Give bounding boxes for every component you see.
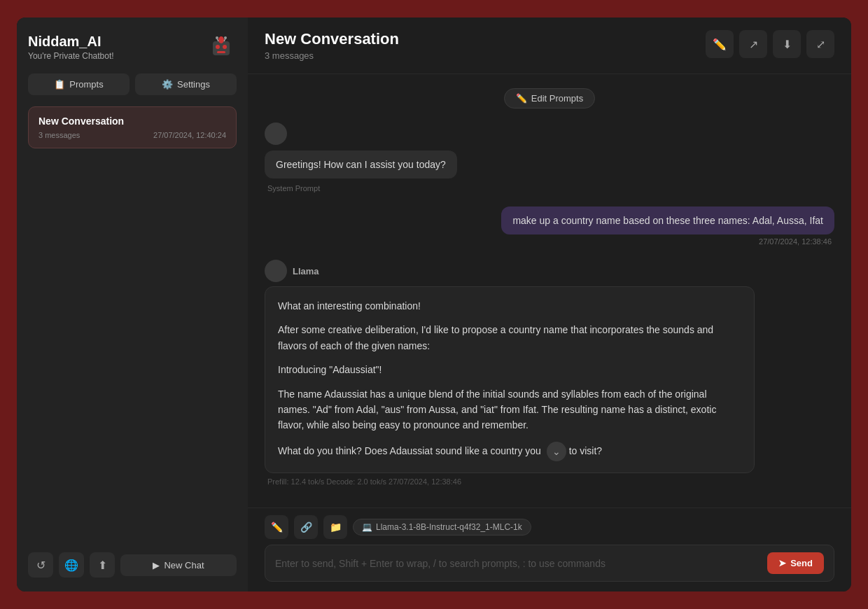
share-icon: ↗ [749, 38, 758, 51]
input-toolbar: ✏️ 🔗 📁 💻 Llama-3.1-8B-Instruct-q4f32_1-M… [265, 515, 834, 539]
svg-point-1 [218, 36, 224, 43]
edit-prompts-label: Edit Prompts [531, 93, 583, 104]
sidebar-brand: Niddam_AI You're Private Chatbot! [28, 34, 114, 61]
edit-prompts-bar: ✏️ Edit Prompts [265, 88, 834, 108]
conversation-meta: 3 messages 27/07/2024, 12:40:24 [38, 131, 226, 139]
ai-para-1: After some creative deliberation, I'd li… [278, 322, 741, 354]
prompts-label: Prompts [69, 79, 103, 90]
sidebar-header: Niddam_AI You're Private Chatbot! [28, 31, 237, 62]
pencil-icon: ✏️ [516, 93, 527, 104]
edit-prompts-button[interactable]: ✏️ Edit Prompts [504, 88, 595, 108]
system-avatar [265, 122, 287, 145]
system-message-block: Greetings! How can I assist you today? S… [265, 122, 834, 192]
user-message-block: make up a country name based on these th… [265, 206, 834, 246]
edit-icon: ✏️ [713, 38, 727, 51]
conversation-item[interactable]: New Conversation 3 messages 27/07/2024, … [28, 106, 237, 148]
toolbar-edit-icon: ✏️ [271, 522, 283, 533]
new-chat-label: New Chat [164, 560, 204, 570]
cpu-icon: 💻 [362, 522, 372, 532]
conversation-date: 27/07/2024, 12:40:24 [153, 131, 226, 139]
sidebar-nav: 📋 Prompts ⚙️ Settings [28, 74, 237, 95]
chat-header-actions: ✏️ ↗ ⬇ ⤢ [706, 30, 834, 58]
ai-message-block: Llama What an interesting combination! A… [265, 260, 834, 486]
main-area: New Conversation 3 messages ✏️ ↗ ⬇ ⤢ [248, 18, 851, 592]
download-button[interactable]: ⬇ [773, 30, 801, 58]
ai-footer: Prefill: 12.4 tok/s Decode: 2.0 tok/s 27… [265, 477, 461, 486]
model-tag[interactable]: 💻 Llama-3.1-8B-Instruct-q4f32_1-MLC-1k [353, 519, 531, 536]
ai-para-3: The name Adaussiat has a unique blend of… [278, 386, 741, 433]
globe-icon: 🌐 [64, 559, 78, 572]
send-label: Send [790, 558, 813, 568]
ai-para-4: What do you think? Does Adaussiat sound … [278, 442, 741, 461]
ai-header: Llama [265, 260, 319, 282]
globe-icon-button[interactable]: 🌐 [59, 552, 84, 578]
brand-name: Niddam_AI [28, 34, 114, 50]
messages-area[interactable]: ✏️ Edit Prompts Greetings! How can I ass… [248, 74, 851, 507]
new-chat-icon: ▶ [153, 560, 160, 570]
fullscreen-button[interactable]: ⤢ [806, 30, 834, 58]
svg-point-3 [223, 45, 227, 49]
chat-header: New Conversation 3 messages ✏️ ↗ ⬇ ⤢ [248, 18, 851, 74]
input-section: ✏️ 🔗 📁 💻 Llama-3.1-8B-Instruct-q4f32_1-M… [248, 507, 851, 592]
chat-title: New Conversation [265, 30, 399, 48]
system-bubble: Greetings! How can I assist you today? [265, 150, 457, 178]
conversation-message-count: 3 messages [38, 131, 80, 139]
chat-input[interactable] [275, 558, 760, 569]
settings-button[interactable]: ⚙️ Settings [135, 74, 237, 95]
sidebar-footer: ↺ 🌐 ⬆ ▶ New Chat [28, 544, 237, 578]
conversation-title: New Conversation [38, 115, 226, 127]
svg-point-7 [216, 36, 218, 39]
svg-point-2 [216, 45, 220, 49]
app-container: Niddam_AI You're Private Chatbot! [17, 18, 851, 592]
upload-icon-button[interactable]: ⬆ [90, 552, 115, 578]
ai-bubble: What an interesting combination! After s… [265, 286, 755, 473]
toolbar-file-icon: 📁 [330, 522, 342, 533]
fullscreen-icon: ⤢ [816, 38, 825, 51]
ai-para-0: What an interesting combination! [278, 298, 741, 314]
new-chat-button[interactable]: ▶ New Chat [120, 554, 237, 576]
ai-para-2: Introducing "Adaussiat"! [278, 362, 741, 377]
edit-button[interactable]: ✏️ [706, 30, 734, 58]
back-icon-button[interactable]: ↺ [28, 552, 53, 578]
share-button[interactable]: ↗ [739, 30, 767, 58]
svg-point-8 [224, 36, 227, 39]
prompts-icon: 📋 [54, 79, 65, 90]
send-icon: ➤ [778, 558, 786, 568]
ai-avatar [265, 260, 287, 282]
sidebar: Niddam_AI You're Private Chatbot! [17, 18, 248, 592]
send-button[interactable]: ➤ Send [767, 552, 824, 574]
prompts-button[interactable]: 📋 Prompts [28, 74, 130, 95]
toolbar-file-button[interactable]: 📁 [323, 515, 347, 539]
chat-header-info: New Conversation 3 messages [265, 30, 399, 61]
input-row: ➤ Send [265, 545, 834, 582]
scroll-down-button[interactable]: ⌄ [547, 442, 566, 461]
logo [206, 31, 237, 62]
back-icon: ↺ [36, 559, 46, 572]
ai-name: Llama [293, 266, 319, 276]
svg-rect-4 [217, 51, 225, 53]
settings-label: Settings [177, 79, 210, 90]
user-bubble: make up a country name based on these th… [501, 206, 834, 234]
model-label: Llama-3.1-8B-Instruct-q4f32_1-MLC-1k [376, 522, 522, 532]
settings-icon: ⚙️ [162, 79, 173, 90]
toolbar-link-icon: 🔗 [300, 522, 312, 533]
download-icon: ⬇ [783, 38, 792, 51]
system-label: System Prompt [265, 184, 320, 192]
brand-subtitle: You're Private Chatbot! [28, 51, 114, 61]
user-timestamp: 27/07/2024, 12:38:46 [759, 237, 834, 246]
upload-icon: ⬆ [98, 559, 107, 572]
toolbar-edit-button[interactable]: ✏️ [265, 515, 288, 539]
toolbar-link-button[interactable]: 🔗 [294, 515, 318, 539]
chat-subtitle: 3 messages [265, 50, 399, 61]
